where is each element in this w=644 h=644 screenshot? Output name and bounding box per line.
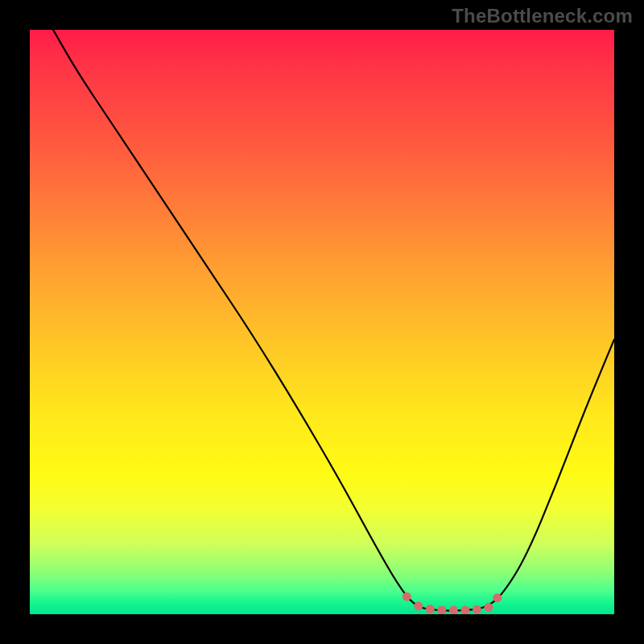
accent-dot	[460, 605, 469, 614]
watermark-text: TheBottleneck.com	[452, 5, 633, 27]
bottleneck-curve-svg	[30, 30, 614, 614]
accent-dot	[426, 605, 435, 613]
accent-dot	[484, 603, 493, 612]
chart-frame: TheBottleneck.com	[0, 0, 644, 644]
accent-dot	[402, 592, 411, 601]
accent-dot	[473, 605, 481, 614]
bottleneck-curve	[53, 30, 614, 611]
accent-dot	[449, 605, 458, 614]
accent-dot	[414, 601, 423, 610]
accent-dots-group	[402, 592, 502, 614]
accent-dot	[493, 593, 502, 602]
plot-area	[30, 30, 614, 614]
accent-dot	[437, 605, 446, 614]
